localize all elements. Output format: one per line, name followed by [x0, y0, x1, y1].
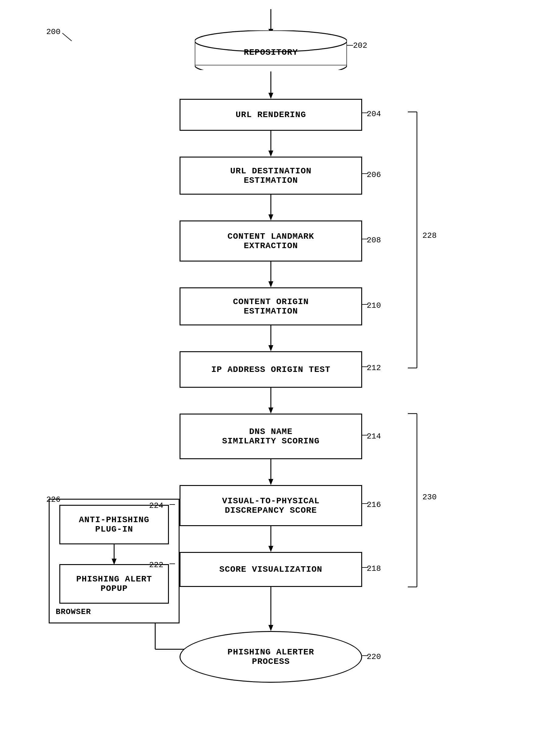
svg-marker-5	[268, 151, 273, 157]
url-destination-label: URL DESTINATION ESTIMATION	[230, 166, 311, 185]
ref-230: 230	[422, 493, 437, 502]
phishing-alert-popup-label: PHISHING ALERT POPUP	[76, 574, 152, 593]
dns-name-label: DNS NAME SIMILARITY SCORING	[222, 427, 320, 446]
ip-address-label: IP ADDRESS ORIGIN TEST	[211, 365, 331, 374]
ref-226: 226	[46, 495, 61, 504]
phishing-alerter-label: PHISHING ALERTER PROCESS	[227, 647, 315, 666]
ref-216: 216	[367, 500, 381, 509]
dns-name-node: DNS NAME SIMILARITY SCORING	[179, 414, 362, 459]
repository-label: REPOSITORY	[195, 48, 347, 57]
ref-212: 212	[367, 363, 381, 373]
ref-228: 228	[422, 231, 437, 240]
content-landmark-node: CONTENT LANDMARK EXTRACTION	[179, 220, 362, 262]
ref-202: 202	[353, 41, 367, 50]
ref-210: 210	[367, 301, 381, 310]
ref-200: 200	[46, 27, 61, 36]
svg-marker-17	[268, 546, 273, 552]
ref-214: 214	[367, 432, 381, 441]
ref-208: 208	[367, 236, 381, 245]
phishing-alerter-node: PHISHING ALERTER PROCESS	[179, 631, 362, 683]
ref-222: 222	[149, 560, 163, 570]
ref-218: 218	[367, 564, 381, 573]
svg-marker-19	[268, 625, 273, 631]
svg-marker-9	[268, 281, 273, 287]
diagram-container: 200 REPOSITORY 202 URL RENDERING 204 URL…	[0, 0, 542, 756]
url-rendering-node: URL RENDERING	[179, 99, 362, 131]
svg-marker-7	[268, 214, 273, 220]
anti-phishing-node: ANTI-PHISHING PLUG-IN	[59, 505, 169, 544]
ref-220: 220	[367, 652, 381, 661]
ip-address-node: IP ADDRESS ORIGIN TEST	[179, 351, 362, 388]
url-rendering-label: URL RENDERING	[235, 110, 306, 120]
ref-224: 224	[149, 501, 163, 510]
repository-node: REPOSITORY	[195, 30, 347, 70]
content-origin-node: CONTENT ORIGIN ESTIMATION	[179, 287, 362, 325]
browser-label: BROWSER	[56, 607, 91, 616]
svg-marker-13	[268, 407, 273, 414]
svg-marker-11	[268, 345, 273, 351]
content-origin-label: CONTENT ORIGIN ESTIMATION	[233, 297, 309, 316]
visual-physical-label: VISUAL-TO-PHYSICAL DISCREPANCY SCORE	[222, 496, 320, 515]
score-viz-node: SCORE VISUALIZATION	[179, 552, 362, 587]
content-landmark-label: CONTENT LANDMARK EXTRACTION	[227, 232, 315, 251]
ref-204: 204	[367, 109, 381, 119]
ref-206: 206	[367, 170, 381, 179]
score-viz-label: SCORE VISUALIZATION	[219, 565, 322, 574]
url-destination-node: URL DESTINATION ESTIMATION	[179, 157, 362, 195]
svg-marker-3	[268, 93, 273, 99]
phishing-alert-popup-node: PHISHING ALERT POPUP	[59, 564, 169, 604]
svg-marker-15	[268, 479, 273, 485]
visual-physical-node: VISUAL-TO-PHYSICAL DISCREPANCY SCORE	[179, 485, 362, 526]
anti-phishing-label: ANTI-PHISHING PLUG-IN	[79, 515, 149, 534]
